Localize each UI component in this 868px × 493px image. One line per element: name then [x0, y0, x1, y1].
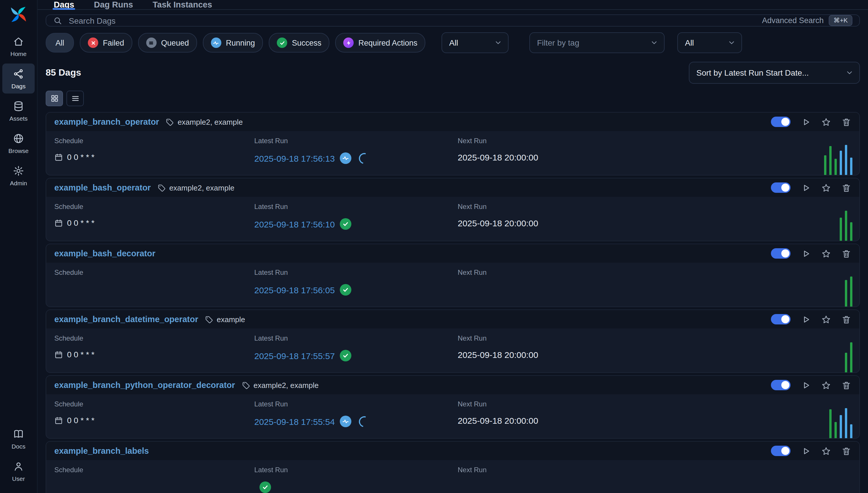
delete-dag-button[interactable] — [842, 117, 851, 127]
chevron-down-icon — [728, 39, 736, 47]
sidebar-item-label: Browse — [8, 147, 28, 154]
user-icon — [13, 461, 24, 472]
sidebar-item-docs[interactable]: Docs — [2, 424, 35, 454]
secondary-filter-dropdown[interactable]: All — [677, 32, 742, 53]
favorite-button[interactable] — [821, 314, 831, 324]
pause-toggle[interactable] — [771, 116, 791, 127]
sparkline-bar — [824, 155, 826, 175]
latest-run-link[interactable]: 2025-09-18 17:55:57 — [254, 351, 335, 361]
latest-run-link[interactable]: 2025-09-18 17:56:05 — [254, 285, 335, 295]
star-icon — [821, 380, 831, 390]
search-input[interactable] — [67, 15, 757, 26]
star-icon — [821, 314, 831, 324]
pause-toggle[interactable] — [771, 380, 791, 390]
run-history-sparkline — [808, 328, 852, 372]
favorite-button[interactable] — [821, 446, 831, 456]
next-run-label: Next Run — [458, 466, 808, 474]
latest-run-link[interactable]: 2025-09-18 17:56:10 — [254, 219, 335, 229]
schedule-label: Schedule — [54, 400, 254, 408]
sidebar-item-dags[interactable]: Dags — [2, 64, 35, 93]
main-content: Dags Dag Runs Task Instances Advanced Se… — [38, 0, 868, 493]
sidebar-item-assets[interactable]: Assets — [2, 96, 35, 126]
dag-name-link[interactable]: example_bash_operator — [54, 183, 151, 192]
favorite-button[interactable] — [821, 117, 831, 127]
trash-icon — [842, 183, 851, 193]
dag-icon — [13, 68, 24, 80]
dag-tags: example2, example — [165, 117, 243, 126]
running-status-icon — [340, 152, 352, 164]
favorite-button[interactable] — [821, 249, 831, 258]
tab-dag-runs[interactable]: Dag Runs — [93, 0, 134, 9]
pause-toggle[interactable] — [771, 183, 791, 193]
filter-chip-queued[interactable]: Queued — [138, 33, 197, 52]
sparkline-bar — [845, 211, 847, 241]
required-actions-icon — [343, 38, 354, 48]
play-icon — [801, 380, 811, 390]
trigger-dag-button[interactable] — [801, 183, 811, 193]
sparkline-bar — [840, 218, 842, 241]
success-status-icon — [340, 218, 352, 230]
card-view-button[interactable] — [46, 91, 63, 106]
sparkline-bar — [829, 146, 832, 175]
loading-spinner-icon — [357, 151, 372, 166]
view-toggle — [46, 91, 860, 106]
trigger-dag-button[interactable] — [801, 314, 811, 324]
trigger-dag-button[interactable] — [801, 446, 811, 456]
latest-run-link[interactable]: 2025-09-18 17:56:13 — [254, 153, 335, 163]
schedule-value: 0 0 * * * — [54, 218, 254, 228]
delete-dag-button[interactable] — [842, 446, 851, 456]
dag-card: example_branch_python_operator_decorator… — [46, 375, 860, 439]
dag-name-link[interactable]: example_bash_decorator — [54, 249, 156, 258]
airflow-app: Home Dags Assets Browse Admin — [0, 0, 868, 493]
sparkline-bar — [850, 342, 852, 372]
delete-dag-button[interactable] — [842, 183, 851, 193]
dag-name-link[interactable]: example_branch_datetime_operator — [54, 315, 198, 324]
trigger-dag-button[interactable] — [801, 380, 811, 390]
pause-toggle[interactable] — [771, 314, 791, 324]
tab-dags[interactable]: Dags — [53, 0, 76, 9]
calendar-icon — [54, 350, 63, 359]
favorite-button[interactable] — [821, 380, 831, 390]
dag-name-link[interactable]: example_branch_python_operator_decorator — [54, 381, 235, 390]
schedule-label: Schedule — [54, 269, 254, 277]
grid-icon — [50, 94, 59, 103]
sort-dropdown[interactable]: Sort by Latest Run Start Date... — [689, 62, 860, 84]
filter-chip-all[interactable]: All — [46, 33, 74, 52]
dag-name-link[interactable]: example_branch_labels — [54, 446, 149, 455]
delete-dag-button[interactable] — [842, 314, 851, 324]
pause-toggle[interactable] — [771, 248, 791, 259]
book-icon — [13, 428, 24, 440]
latest-run-label: Latest Run — [254, 466, 458, 474]
sidebar-item-browse[interactable]: Browse — [2, 128, 35, 158]
filter-chip-running[interactable]: Running — [203, 33, 263, 52]
table-view-button[interactable] — [66, 91, 84, 106]
filter-chip-required-actions[interactable]: Required Actions — [335, 33, 425, 52]
globe-icon — [13, 133, 24, 144]
advanced-search-link[interactable]: Advanced Search — [762, 16, 824, 25]
sparkline-bar — [845, 353, 847, 372]
latest-run-link[interactable]: 2025-09-18 17:55:54 — [254, 416, 335, 426]
favorite-button[interactable] — [821, 183, 831, 193]
state-filter-dropdown[interactable]: All — [442, 32, 508, 53]
filter-chip-failed[interactable]: Failed — [80, 33, 132, 52]
latest-run-label: Latest Run — [254, 400, 458, 408]
delete-dag-button[interactable] — [842, 249, 851, 258]
sidebar-item-home[interactable]: Home — [2, 31, 35, 61]
sidebar-item-admin[interactable]: Admin — [2, 160, 35, 191]
trash-icon — [842, 380, 851, 390]
calendar-icon — [54, 153, 63, 162]
dag-tags: example2, example — [157, 183, 234, 192]
airflow-logo-icon[interactable] — [10, 6, 27, 23]
trigger-dag-button[interactable] — [801, 249, 811, 258]
sparkline-bar — [850, 157, 852, 175]
filter-chip-success[interactable]: Success — [269, 33, 329, 52]
trigger-dag-button[interactable] — [801, 117, 811, 127]
pause-toggle[interactable] — [771, 446, 791, 456]
next-run-value: 2025-09-18 20:00:00 — [458, 350, 808, 360]
tag-filter-dropdown[interactable]: Filter by tag — [529, 32, 665, 53]
dag-name-link[interactable]: example_branch_operator — [54, 117, 159, 126]
delete-dag-button[interactable] — [842, 380, 851, 390]
sidebar-item-user[interactable]: User — [2, 456, 35, 486]
tab-task-instances[interactable]: Task Instances — [152, 0, 213, 9]
sidebar-item-label: Dags — [11, 83, 25, 89]
